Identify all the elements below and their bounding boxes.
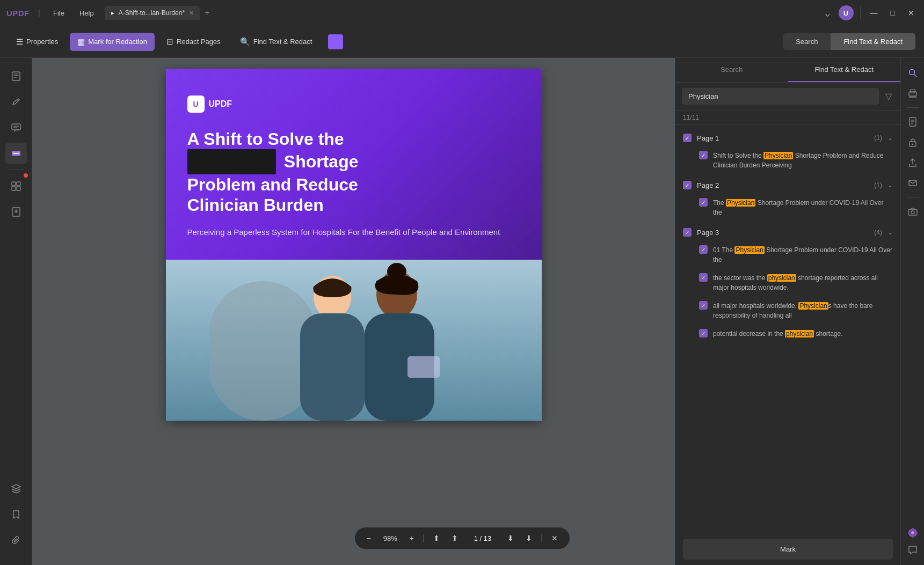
search-input[interactable] bbox=[682, 88, 879, 105]
checkbox-page1[interactable]: ✓ bbox=[683, 134, 692, 142]
zoom-in-button[interactable]: + bbox=[406, 532, 417, 545]
svg-rect-14 bbox=[17, 187, 20, 190]
result-text-page3-3: potential decrease in the physician shor… bbox=[713, 329, 843, 339]
checkbox-page3-item3[interactable]: ✓ bbox=[699, 329, 708, 337]
page-input[interactable] bbox=[467, 534, 499, 542]
checkbox-page2-item0[interactable]: ✓ bbox=[699, 198, 708, 207]
page1-chevron[interactable]: ⌄ bbox=[887, 134, 893, 142]
maximize-button[interactable]: □ bbox=[887, 8, 898, 18]
sidebar-icon-layers[interactable] bbox=[5, 478, 27, 500]
toolbar-tab-search[interactable]: Search bbox=[783, 33, 831, 50]
checkbox-page1-item0[interactable]: ✓ bbox=[699, 151, 708, 159]
mark-button[interactable]: Mark bbox=[683, 539, 893, 560]
frs-lock-icon[interactable] bbox=[904, 134, 921, 151]
controls-divider-1: | bbox=[423, 533, 425, 543]
frs-comment-icon[interactable] bbox=[904, 541, 921, 559]
new-tab-button[interactable]: + bbox=[202, 6, 212, 20]
pdf-title-part4: Clinician Burden bbox=[187, 195, 324, 215]
next-page-button[interactable]: ⬇ bbox=[504, 532, 517, 545]
zoom-out-button[interactable]: − bbox=[363, 532, 374, 545]
checkbox-page3[interactable]: ✓ bbox=[683, 228, 692, 237]
prev-page-button[interactable]: ⬆ bbox=[448, 532, 461, 545]
result-group-header-page3[interactable]: ✓ Page 3 (4) ⌄ bbox=[675, 224, 900, 241]
user-avatar[interactable]: U bbox=[839, 5, 854, 20]
frs-document-icon[interactable] bbox=[904, 113, 921, 130]
first-page-button[interactable]: ⬆ bbox=[430, 532, 443, 545]
pdf-title: A Shift to Solve the Physician Shortage … bbox=[187, 129, 520, 216]
frs-divider-1 bbox=[906, 107, 919, 108]
svg-rect-13 bbox=[12, 187, 16, 190]
svg-point-24 bbox=[387, 263, 406, 280]
mark-for-redaction-button[interactable]: ▦ Mark for Redaction bbox=[70, 33, 155, 51]
result-item-page3-3[interactable]: ✓ potential decrease in the physician sh… bbox=[675, 325, 900, 343]
svg-rect-37 bbox=[909, 180, 916, 186]
controls-divider-2: | bbox=[541, 533, 543, 543]
menu-help[interactable]: Help bbox=[75, 7, 98, 19]
properties-button[interactable]: ☰ Properties bbox=[9, 33, 66, 51]
mark-icon: ▦ bbox=[77, 37, 85, 47]
color-picker[interactable] bbox=[328, 34, 343, 49]
sidebar-icon-attachment[interactable] bbox=[5, 530, 27, 551]
menu-file[interactable]: File bbox=[49, 7, 69, 19]
toolbar-tab-find-redact[interactable]: Find Text & Redact bbox=[831, 33, 915, 50]
filter-button[interactable]: ▽ bbox=[883, 89, 894, 104]
result-item-page2-0[interactable]: ✓ The Physician Shortage Problem under C… bbox=[675, 194, 900, 222]
frs-search-icon[interactable] bbox=[904, 64, 921, 82]
result-text-page1-0: Shift to Solve the Physician Shortage Pr… bbox=[713, 151, 893, 170]
page3-chevron[interactable]: ⌄ bbox=[887, 229, 893, 236]
main-layout: U UPDF A Shift to Solve the Physician Sh… bbox=[0, 58, 924, 565]
mark-label: Mark for Redaction bbox=[88, 38, 147, 46]
result-item-page1-0[interactable]: ✓ Shift to Solve the Physician Shortage … bbox=[675, 146, 900, 174]
tab-close-icon[interactable]: ✕ bbox=[189, 10, 194, 17]
pdf-document-logo: U UPDF bbox=[187, 96, 520, 113]
svg-point-36 bbox=[912, 144, 913, 145]
rp-tab-find-redact[interactable]: Find Text & Redact bbox=[788, 58, 901, 82]
frs-divider-2 bbox=[906, 197, 919, 197]
page2-chevron[interactable]: ⌄ bbox=[887, 181, 893, 189]
redact-pages-icon: ⊟ bbox=[166, 37, 173, 47]
frs-mail-icon[interactable] bbox=[904, 174, 921, 192]
search-results[interactable]: ✓ Page 1 (1) ⌄ ✓ Shift to Solve the Phys… bbox=[675, 125, 900, 533]
checkbox-page3-item0[interactable]: ✓ bbox=[699, 245, 708, 254]
search-tab-group: Search Find Text & Redact bbox=[783, 33, 915, 50]
last-page-button[interactable]: ⬇ bbox=[522, 532, 535, 545]
tab-label: A-Shift-to...ian-Burden* bbox=[119, 9, 185, 17]
result-group-header-page1[interactable]: ✓ Page 1 (1) ⌄ bbox=[675, 129, 900, 146]
checkbox-page2[interactable]: ✓ bbox=[683, 181, 692, 189]
notification-badge bbox=[24, 173, 28, 178]
checkbox-page3-item1[interactable]: ✓ bbox=[699, 273, 708, 282]
sidebar-icon-redact[interactable] bbox=[5, 143, 27, 164]
svg-line-27 bbox=[914, 75, 916, 77]
frs-camera-icon[interactable] bbox=[904, 203, 921, 220]
pdf-title-redacted: Physician bbox=[187, 149, 276, 174]
pdf-area[interactable]: U UPDF A Shift to Solve the Physician Sh… bbox=[32, 58, 675, 565]
sidebar-icon-comment[interactable] bbox=[5, 117, 27, 138]
highlight-span: physician bbox=[767, 274, 796, 282]
sidebar-icon-organize[interactable] bbox=[5, 175, 27, 197]
sidebar-icon-reader[interactable] bbox=[5, 65, 27, 87]
minimize-button[interactable]: — bbox=[867, 8, 881, 18]
active-tab[interactable]: ▸ A-Shift-to...ian-Burden* ✕ bbox=[105, 6, 200, 20]
close-button[interactable]: ✕ bbox=[905, 8, 918, 18]
sidebar-icon-extract[interactable] bbox=[5, 201, 27, 223]
left-sidebar bbox=[0, 58, 32, 565]
rp-tab-search[interactable]: Search bbox=[675, 58, 788, 82]
title-divider: | bbox=[38, 8, 40, 18]
frs-stamp-icon[interactable] bbox=[904, 85, 921, 102]
svg-point-46 bbox=[913, 529, 916, 532]
checkbox-page3-item2[interactable]: ✓ bbox=[699, 301, 708, 310]
sidebar-icon-annotation[interactable] bbox=[5, 91, 27, 113]
find-text-redact-button[interactable]: 🔍 Find Text & Redact bbox=[232, 33, 320, 51]
tab-area: ▸ A-Shift-to...ian-Burden* ✕ + bbox=[105, 6, 817, 20]
result-group-page1: ✓ Page 1 (1) ⌄ ✓ Shift to Solve the Phys… bbox=[675, 129, 900, 174]
dropdown-icon[interactable]: ⌄ bbox=[823, 6, 832, 19]
sidebar-icon-bookmark[interactable] bbox=[5, 504, 27, 525]
frs-flower-icon[interactable] bbox=[904, 524, 921, 541]
result-item-page3-2[interactable]: ✓ all major hospitals worldwide. Physici… bbox=[675, 297, 900, 325]
result-item-page3-1[interactable]: ✓ the sector was the physician shortage … bbox=[675, 269, 900, 297]
redact-pages-button[interactable]: ⊟ Redact Pages bbox=[159, 33, 228, 51]
frs-share-icon[interactable] bbox=[904, 154, 921, 171]
result-item-page3-0[interactable]: ✓ 01 The Physician Shortage Problem unde… bbox=[675, 241, 900, 269]
result-group-header-page2[interactable]: ✓ Page 2 (1) ⌄ bbox=[675, 177, 900, 194]
close-controls-button[interactable]: ✕ bbox=[548, 532, 561, 545]
